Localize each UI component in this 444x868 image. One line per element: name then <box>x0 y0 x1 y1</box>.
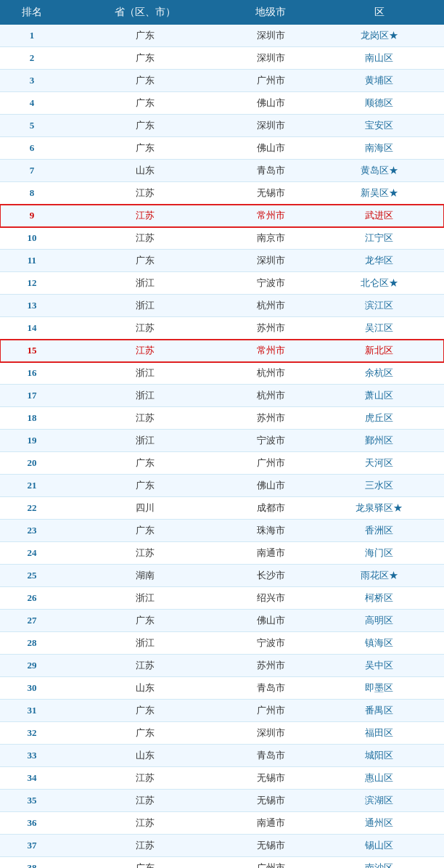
province-cell: 山东 <box>64 677 226 700</box>
district-cell: 锡山区 <box>315 835 444 857</box>
city-cell: 杭州市 <box>226 295 315 317</box>
rank-cell: 18 <box>0 407 64 430</box>
city-cell: 宁波市 <box>226 272 315 295</box>
table-row: 38广东广州市南沙区 <box>0 857 444 869</box>
table-row: 11广东深圳市龙华区 <box>0 250 444 272</box>
table-row: 36江苏南通市通州区 <box>0 812 444 835</box>
district-cell: 龙华区 <box>315 250 444 272</box>
table-row: 22四川成都市龙泉驿区★ <box>0 497 444 520</box>
city-cell: 广州市 <box>226 70 315 92</box>
district-cell: 南海区 <box>315 137 444 160</box>
table-row: 28浙江宁波市镇海区 <box>0 632 444 655</box>
rank-cell: 30 <box>0 677 64 700</box>
table-row: 1广东深圳市龙岗区★ <box>0 25 444 47</box>
city-cell: 佛山市 <box>226 137 315 160</box>
rank-cell: 4 <box>0 92 64 115</box>
city-cell: 广州市 <box>226 452 315 475</box>
rank-cell: 15 <box>0 340 64 362</box>
rank-cell: 31 <box>0 700 64 722</box>
district-cell: 虎丘区 <box>315 407 444 430</box>
province-cell: 广东 <box>64 857 226 869</box>
district-cell: 新吴区★ <box>315 182 444 205</box>
table-header: 排名 省（区、市） 地级市 区 <box>0 0 444 25</box>
province-cell: 江苏 <box>64 835 226 857</box>
rank-cell: 23 <box>0 520 64 542</box>
rank-cell: 20 <box>0 452 64 475</box>
city-cell: 广州市 <box>226 700 315 722</box>
province-cell: 江苏 <box>64 317 226 340</box>
province-cell: 广东 <box>64 115 226 137</box>
province-cell: 广东 <box>64 722 226 745</box>
col-district: 区 <box>315 0 444 25</box>
district-cell: 顺德区 <box>315 92 444 115</box>
table-row: 16浙江杭州市余杭区 <box>0 362 444 385</box>
city-cell: 深圳市 <box>226 722 315 745</box>
table-row: 6广东佛山市南海区 <box>0 137 444 160</box>
rank-cell: 6 <box>0 137 64 160</box>
rank-cell: 7 <box>0 160 64 182</box>
star-icon: ★ <box>389 165 398 176</box>
province-cell: 广东 <box>64 610 226 632</box>
star-icon: ★ <box>389 187 398 198</box>
city-cell: 常州市 <box>226 205 315 227</box>
province-cell: 山东 <box>64 160 226 182</box>
district-cell: 吴中区 <box>315 655 444 677</box>
city-cell: 青岛市 <box>226 745 315 767</box>
rank-cell: 21 <box>0 475 64 497</box>
table-row: 13浙江杭州市滨江区 <box>0 295 444 317</box>
city-cell: 深圳市 <box>226 25 315 47</box>
rank-cell: 3 <box>0 70 64 92</box>
city-cell: 无锡市 <box>226 767 315 790</box>
rank-cell: 17 <box>0 385 64 407</box>
rank-cell: 27 <box>0 610 64 632</box>
star-icon: ★ <box>389 570 398 581</box>
city-cell: 绍兴市 <box>226 587 315 610</box>
table-row: 25湖南长沙市雨花区★ <box>0 565 444 587</box>
city-cell: 广州市 <box>226 857 315 869</box>
province-cell: 江苏 <box>64 227 226 250</box>
rank-cell: 11 <box>0 250 64 272</box>
table-row: 15江苏常州市新北区 <box>0 340 444 362</box>
district-cell: 番禺区 <box>315 700 444 722</box>
province-cell: 广东 <box>64 700 226 722</box>
district-cell: 海门区 <box>315 542 444 565</box>
rank-cell: 5 <box>0 115 64 137</box>
province-cell: 广东 <box>64 25 226 47</box>
province-cell: 浙江 <box>64 362 226 385</box>
table-row: 4广东佛山市顺德区 <box>0 92 444 115</box>
province-cell: 浙江 <box>64 587 226 610</box>
district-cell: 南沙区 <box>315 857 444 869</box>
table-row: 9江苏常州市武进区 <box>0 205 444 227</box>
province-cell: 江苏 <box>64 812 226 835</box>
province-cell: 江苏 <box>64 182 226 205</box>
rank-cell: 33 <box>0 745 64 767</box>
district-cell: 江宁区 <box>315 227 444 250</box>
district-cell: 萧山区 <box>315 385 444 407</box>
province-cell: 江苏 <box>64 407 226 430</box>
ranking-table: 排名 省（区、市） 地级市 区 1广东深圳市龙岗区★2广东深圳市南山区3广东广州… <box>0 0 444 868</box>
province-cell: 江苏 <box>64 767 226 790</box>
city-cell: 南通市 <box>226 542 315 565</box>
table-row: 21广东佛山市三水区 <box>0 475 444 497</box>
rank-cell: 37 <box>0 835 64 857</box>
table-row: 12浙江宁波市北仑区★ <box>0 272 444 295</box>
table-row: 34江苏无锡市惠山区 <box>0 767 444 790</box>
table-row: 18江苏苏州市虎丘区 <box>0 407 444 430</box>
rank-cell: 16 <box>0 362 64 385</box>
rank-cell: 36 <box>0 812 64 835</box>
district-cell: 天河区 <box>315 452 444 475</box>
district-cell: 武进区 <box>315 205 444 227</box>
province-cell: 江苏 <box>64 205 226 227</box>
city-cell: 青岛市 <box>226 677 315 700</box>
province-cell: 浙江 <box>64 430 226 452</box>
district-cell: 福田区 <box>315 722 444 745</box>
city-cell: 苏州市 <box>226 407 315 430</box>
rank-cell: 32 <box>0 722 64 745</box>
star-icon: ★ <box>389 277 398 288</box>
province-cell: 广东 <box>64 70 226 92</box>
province-cell: 浙江 <box>64 632 226 655</box>
rank-cell: 1 <box>0 25 64 47</box>
district-cell: 龙泉驿区★ <box>315 497 444 520</box>
table-row: 30山东青岛市即墨区 <box>0 677 444 700</box>
city-cell: 无锡市 <box>226 835 315 857</box>
